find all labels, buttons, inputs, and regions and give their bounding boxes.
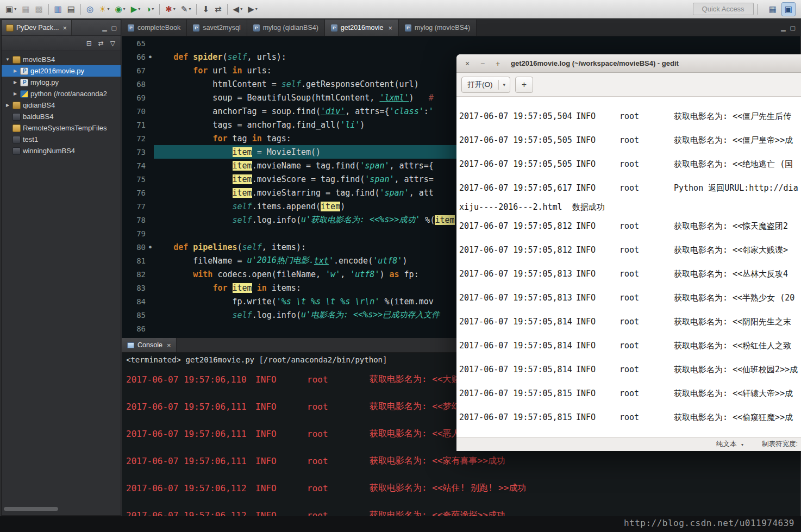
tab-console[interactable]: Console ×	[122, 338, 177, 352]
gedit-window: × − + get2016movie.log (~/workspace/movi…	[456, 54, 801, 451]
view-toolbar: ⊟⇄▽	[2, 36, 121, 51]
toolbar-separator	[227, 4, 228, 15]
python-file-icon: P	[331, 24, 337, 32]
tree-item-baiduBS4[interactable]: baiduBS4	[2, 111, 121, 122]
code-line: 65	[122, 36, 800, 50]
explorer-hscrollbar[interactable]	[4, 507, 58, 511]
console-log-line: 2017-06-07 19:57:06,111INFOroot获取电影名为: <…	[126, 447, 800, 474]
open-dropdown-icon[interactable]: ▾	[499, 82, 510, 87]
new-document-button[interactable]: +	[515, 77, 533, 93]
jar-icon	[12, 147, 21, 155]
close-view-icon[interactable]: ×	[63, 24, 67, 32]
debug-config-icon[interactable]: ☀▾	[97, 2, 111, 16]
save-icon[interactable]: ▦	[20, 2, 32, 16]
tree-item-get2016movie-py[interactable]: ▶get2016movie.py	[2, 65, 121, 77]
coverage-icon[interactable]: ◑▾	[143, 2, 156, 16]
tab-completeBook[interactable]: PcompleteBook	[122, 20, 187, 36]
browser-icon[interactable]: ◎	[84, 2, 96, 16]
view-menu-icon[interactable]: ▽	[110, 40, 115, 47]
pydev-perspective-icon[interactable]: ▣	[781, 2, 796, 16]
quick-access-button[interactable]: Quick Access	[693, 3, 754, 15]
forward-icon[interactable]: ▶▾	[246, 2, 260, 16]
minimize-window-icon[interactable]: −	[478, 59, 487, 68]
import-icon[interactable]: ⬇	[200, 2, 211, 16]
tree-item-movieBS4[interactable]: ▼movieBS4	[2, 54, 121, 65]
gedit-toolbar: 打开(O) ▾ +	[456, 73, 801, 97]
expand-arrow-icon[interactable]: ▶	[12, 68, 18, 73]
terminal-icon[interactable]: ▥	[52, 2, 64, 16]
gedit-text-area[interactable]: 2017-06-07 19:57:05,504INFOroot获取电影名为: <…	[456, 97, 801, 437]
gedit-log-line: 2017-06-07 19:57:05,814INFOroot获取电影名为: <…	[459, 310, 801, 334]
watermark-text: http://blog.csdn.net/u011974639	[624, 518, 794, 528]
line-number: 77	[122, 202, 147, 211]
editor-tab-label: get2016movie	[341, 24, 384, 32]
open-button-label[interactable]: 打开(O)	[462, 80, 499, 90]
gedit-titlebar[interactable]: × − + get2016movie.log (~/workspace/movi…	[456, 54, 801, 73]
console-tab-label: Console	[137, 341, 162, 349]
pyfile-icon	[20, 79, 28, 86]
expand-arrow-icon[interactable]: ▼	[5, 57, 10, 62]
tree-item-python-interpreter[interactable]: ▶python (/root/anaconda2	[2, 88, 121, 99]
tab-mylog-movieBS4[interactable]: Pmylog (movieBS4)	[399, 20, 477, 36]
tab-width-label[interactable]: 制表符宽度:	[762, 440, 798, 449]
editor-tabs: PcompleteBookPsavet2mysqlPmylog (qidianB…	[122, 20, 800, 36]
console-log-line: 2017-06-07 19:57:06,112INFOroot获取电影名为: <…	[126, 474, 800, 502]
highlight-mode-button[interactable]: 纯文本 ▾	[716, 440, 743, 449]
maximize-editor-icon[interactable]: ▢	[790, 24, 796, 32]
tab-get2016movie[interactable]: Pget2016movie×	[325, 20, 399, 36]
minimize-view-icon[interactable]: ▁	[102, 24, 107, 32]
link-with-editor-icon[interactable]: ⇄	[98, 40, 104, 47]
run-icon[interactable]: ▶▾	[129, 2, 143, 16]
expand-arrow-icon[interactable]: ▶	[12, 80, 18, 85]
gedit-log-line: 2017-06-07 19:57:05,812INFOroot获取电影名为: <…	[459, 214, 801, 238]
maximize-view-icon[interactable]: ▢	[111, 24, 117, 32]
tab-pydev-package-explorer[interactable]: PyDev Pack... ×	[2, 20, 72, 35]
toolbar-separator	[80, 4, 81, 15]
open-perspective-icon[interactable]: ▦	[766, 2, 779, 16]
line-number: 86	[122, 324, 147, 333]
gedit-statusbar: 纯文本 ▾ 制表符宽度:	[456, 437, 801, 451]
highlight-mode-dropdown-icon: ▾	[741, 442, 743, 447]
perspective-switcher: ▦▣	[766, 2, 798, 16]
maximize-window-icon[interactable]: +	[493, 59, 502, 68]
line-number: 68	[122, 80, 147, 89]
pkg-icon	[12, 102, 21, 109]
minimize-editor-icon[interactable]: ▁	[781, 24, 785, 32]
tab-savet2mysql[interactable]: Psavet2mysql	[187, 20, 247, 36]
line-number: 69	[122, 93, 147, 102]
profile-icon[interactable]: ✎▾	[179, 2, 193, 16]
pyfile-icon	[20, 67, 28, 75]
external-tools-icon[interactable]: ✱▾	[163, 2, 178, 16]
close-window-icon[interactable]: ×	[463, 59, 472, 68]
package-explorer-view: PyDev Pack... × ▁▢ ⊟⇄▽ ▼movieBS4▶get2016…	[1, 20, 121, 516]
line-number: 65	[122, 39, 147, 48]
print-icon[interactable]: ▤	[65, 2, 77, 16]
python-file-icon: P	[193, 24, 199, 32]
toolbar-separator	[196, 4, 197, 15]
fold-marker-icon: ●	[147, 245, 154, 249]
tab-mylog-qidianBS4[interactable]: Pmylog (qidianBS4)	[247, 20, 325, 36]
expand-arrow-icon[interactable]: ▶	[5, 103, 10, 108]
gedit-window-controls: × − +	[463, 59, 502, 68]
line-number: 78	[122, 216, 147, 224]
line-number: 72	[122, 134, 147, 143]
link-with-editor-icon[interactable]: ⇄	[212, 2, 224, 16]
close-console-icon[interactable]: ×	[167, 341, 171, 349]
new-icon[interactable]: ▣▾	[3, 2, 18, 16]
collapse-all-icon[interactable]: ⊟	[86, 40, 92, 47]
gedit-log-line: 2017-06-07 19:57:05,814INFOroot获取电影名为: <…	[459, 334, 801, 358]
open-button[interactable]: 打开(O) ▾	[461, 77, 510, 93]
gedit-log-line: 2017-06-07 19:57:05,815INFOroot获取电影名为: <…	[459, 405, 801, 429]
tree-item-label: test1	[23, 135, 38, 143]
tree-item-test1[interactable]: test1	[2, 134, 121, 145]
tree-item-RemoteSystemsTempFiles[interactable]: RemoteSystemsTempFiles	[2, 122, 121, 134]
back-icon[interactable]: ◀▾	[231, 2, 245, 16]
tree-item-qidianBS4[interactable]: ▶qidianBS4	[2, 99, 121, 111]
tree-item-mylog-py[interactable]: ▶mylog.py	[2, 77, 121, 88]
editor-tab-label: mylog (movieBS4)	[415, 24, 470, 32]
save-all-icon[interactable]: ▩	[33, 2, 45, 16]
expand-arrow-icon[interactable]: ▶	[12, 91, 18, 96]
tree-item-winningNumBS4[interactable]: winningNumBS4	[2, 145, 121, 157]
debug-icon[interactable]: ◉▾	[113, 2, 128, 16]
close-tab-icon[interactable]: ×	[388, 24, 392, 32]
